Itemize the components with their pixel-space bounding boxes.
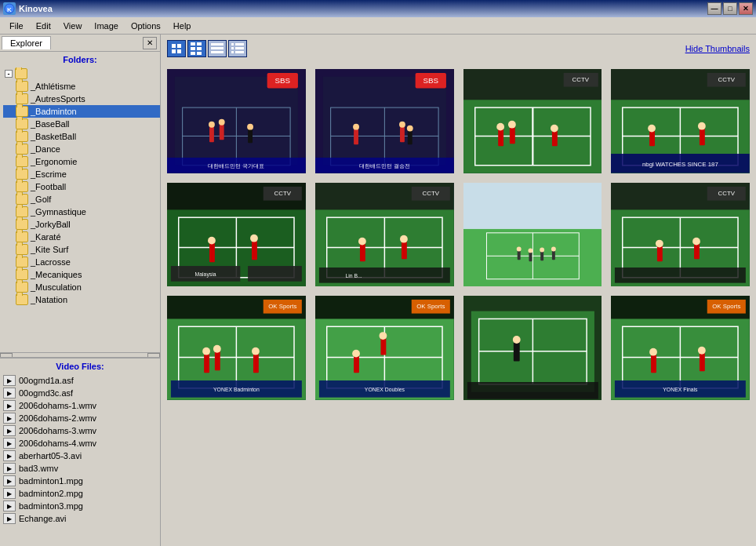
minimize-button[interactable]: — <box>707 2 721 15</box>
svg-rect-107 <box>517 250 520 260</box>
video-item[interactable]: ▶ 00ogmd1a.asf <box>2 374 158 387</box>
video-filename: badminton2.mpg <box>19 489 83 498</box>
folders-title: Folders: <box>0 52 160 67</box>
video-item[interactable]: ▶ badminton3.mpg <box>2 500 158 512</box>
video-filename: 2006dohams-3.wmv <box>19 426 96 435</box>
svg-point-125 <box>692 237 700 245</box>
svg-text:YONEX Badminton: YONEX Badminton <box>213 387 260 392</box>
view-medium-button[interactable] <box>187 40 206 57</box>
svg-point-124 <box>656 239 663 247</box>
video-filename: 2006dohams-4.wmv <box>19 439 96 448</box>
video-item[interactable]: ▶ 2006dohams-2.wmv <box>2 412 158 424</box>
folder-item-badminton[interactable]: _Badminton <box>3 105 160 118</box>
svg-text:CCTV: CCTV <box>572 76 589 83</box>
folder-icon <box>16 257 28 268</box>
menu-image[interactable]: Image <box>88 20 125 32</box>
menu-help[interactable]: Help <box>167 20 198 32</box>
folder-item[interactable]: _Escrime <box>3 168 160 180</box>
svg-rect-13 <box>231 47 234 49</box>
folder-item-football[interactable]: _Football <box>3 180 160 193</box>
view-list-button[interactable] <box>208 40 227 57</box>
video-item[interactable]: ▶ 00ogmd3c.asf <box>2 387 158 399</box>
svg-point-139 <box>252 348 260 355</box>
folder-icon <box>16 81 28 92</box>
folder-label: _BasketBall <box>31 132 76 141</box>
svg-point-137 <box>202 348 210 355</box>
folder-label: _Kite Surf <box>31 245 68 254</box>
thumbnail-12[interactable]: OK Sports YONEX Finals <box>611 296 750 400</box>
scroll-right-button[interactable]: ▶ <box>147 353 160 359</box>
folder-item[interactable]: _JorkyBall <box>3 218 160 231</box>
svg-rect-122 <box>657 246 663 261</box>
folder-label: _Badminton <box>31 107 77 116</box>
tab-explorer[interactable]: Explorer <box>2 36 51 49</box>
thumbnail-9[interactable]: OK Sports YONEX Badminton <box>167 296 306 400</box>
maximize-button[interactable]: □ <box>723 2 737 15</box>
folder-icon <box>16 294 28 305</box>
hide-thumbnails-button[interactable]: Hide Thumbnails <box>685 44 750 53</box>
svg-rect-25 <box>220 125 224 140</box>
svg-rect-4 <box>191 47 195 50</box>
folder-icon <box>16 206 28 217</box>
menu-view[interactable]: View <box>57 20 89 32</box>
folder-item[interactable]: _AutresSports <box>3 93 160 105</box>
thumbnail-11[interactable] <box>463 296 602 400</box>
thumbnail-1[interactable]: SBS 대한배드민턴 국가대표 <box>167 69 306 173</box>
scroll-left-button[interactable]: ◀ <box>0 353 13 359</box>
video-file-icon: ▶ <box>3 400 16 411</box>
video-file-icon: ▶ <box>3 375 16 386</box>
folder-item[interactable]: _Karaté <box>3 231 160 243</box>
svg-text:nbgl WATCHES SINCE 187: nbgl WATCHES SINCE 187 <box>642 161 718 168</box>
folder-item[interactable]: _Golf <box>3 193 160 206</box>
svg-text:YONEX Finals: YONEX Finals <box>663 387 699 392</box>
svg-rect-6 <box>191 52 195 55</box>
folder-item[interactable]: _BasketBall <box>3 130 160 143</box>
video-item[interactable]: ▶ 2006dohams-1.wmv <box>2 399 158 412</box>
folder-icon <box>16 194 28 205</box>
folder-root[interactable]: - <box>3 67 160 80</box>
svg-rect-110 <box>551 250 554 260</box>
thumbnail-10[interactable]: OK Sports YONEX Doubles <box>315 296 454 400</box>
svg-point-114 <box>551 246 555 251</box>
folder-h-scroll: ◀ ▶ <box>0 352 160 358</box>
folder-item[interactable]: _Musculation <box>3 281 160 293</box>
folder-item[interactable]: _Gymnastique <box>3 206 160 218</box>
thumbnail-2[interactable]: SBS 대한배드민턴 결승전 <box>315 69 454 173</box>
video-item[interactable]: ▶ badminton2.mpg <box>2 487 158 500</box>
thumbnail-6[interactable]: CCTV Lin B... <box>315 183 454 287</box>
folder-item[interactable]: _Athlétisme <box>3 80 160 93</box>
menu-edit[interactable]: Edit <box>30 20 57 32</box>
video-item[interactable]: ▶ Echange.avi <box>2 512 158 525</box>
folder-item[interactable]: _Lacrosse <box>3 256 160 268</box>
thumbnail-5[interactable]: CCTV Malaysia <box>167 183 306 287</box>
folder-item[interactable]: _BaseBall <box>3 118 160 130</box>
menu-file[interactable]: File <box>3 20 30 32</box>
folder-label: _Mecaniques <box>31 270 82 279</box>
thumbnail-7[interactable] <box>463 183 602 287</box>
folder-item[interactable]: _Mecaniques <box>3 268 160 281</box>
folder-item[interactable]: _Natation <box>3 293 160 306</box>
video-file-icon: ▶ <box>3 488 16 499</box>
expand-icon: - <box>5 70 13 78</box>
view-detail-button[interactable] <box>228 40 247 57</box>
video-item[interactable]: ▶ aberhart05-3.avi <box>2 450 158 462</box>
sidebar-close-button[interactable]: ✕ <box>143 37 157 49</box>
folder-tree: - _Athlétisme _AutresSports _Badminton <box>0 67 160 352</box>
folder-label: _Lacrosse <box>31 257 71 267</box>
svg-point-98 <box>400 235 408 242</box>
video-item[interactable]: ▶ 2006dohams-3.wmv <box>2 424 158 437</box>
thumbnail-8[interactable]: CCTV <box>611 183 750 287</box>
thumbnail-3[interactable]: CCTV <box>463 69 602 173</box>
video-item[interactable]: ▶ badminton1.mpg <box>2 475 158 487</box>
view-large-button[interactable] <box>167 40 186 57</box>
video-item[interactable]: ▶ 2006dohams-4.wmv <box>2 437 158 450</box>
svg-point-83 <box>208 236 216 244</box>
folder-item[interactable]: _Kite Surf <box>3 243 160 256</box>
video-item[interactable]: ▶ bad3.wmv <box>2 462 158 475</box>
svg-rect-99 <box>319 268 450 283</box>
thumbnail-4[interactable]: CCTV nbgl WATCHES SINCE 187 <box>611 69 750 173</box>
folder-item[interactable]: _Ergonomie <box>3 155 160 168</box>
close-button[interactable]: ✕ <box>739 2 753 15</box>
menu-options[interactable]: Options <box>125 20 167 32</box>
folder-item[interactable]: _Dance <box>3 143 160 155</box>
